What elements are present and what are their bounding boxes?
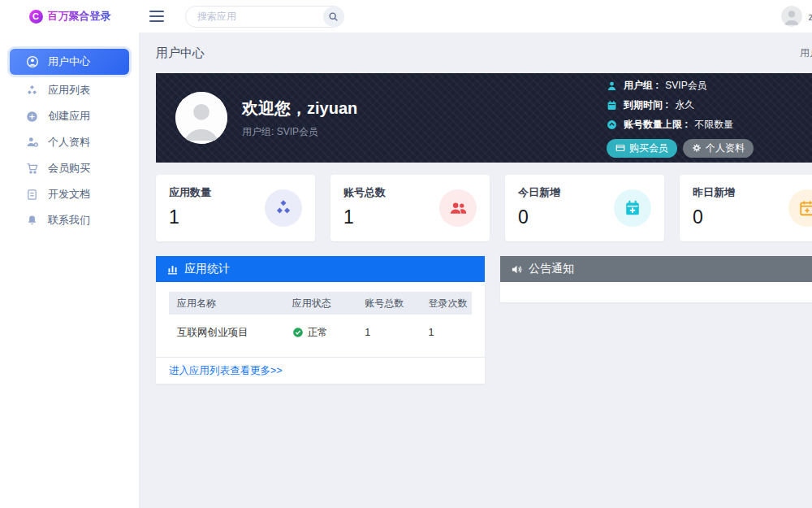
page-header: 用户中心 用户中心	[156, 33, 812, 73]
sidebar-item-app-list[interactable]: 应用列表	[10, 78, 129, 102]
search-input[interactable]	[185, 6, 344, 28]
column-header: 登录次数	[421, 297, 472, 310]
sidebar-item-label: 创建应用	[48, 109, 90, 124]
user-gear-icon	[26, 136, 39, 149]
sidebar-item-docs[interactable]: 开发文档	[10, 182, 129, 206]
user-circle-icon	[26, 55, 39, 68]
content-area: 用户中心 用户中心 欢迎您，ziyuan 用户组: SVIP会员	[140, 33, 812, 508]
bell-icon	[26, 214, 39, 227]
sidebar-item-user-center[interactable]: 用户中心	[10, 49, 129, 75]
brand-logo-icon: C	[29, 10, 43, 24]
column-header: 应用状态	[284, 297, 357, 310]
view-more-link[interactable]: 进入应用列表查看更多>>	[169, 364, 283, 378]
accounts-cell: 1	[356, 327, 420, 338]
info-label: 用户组 :	[624, 79, 659, 93]
info-label: 账号数量上限 :	[624, 118, 688, 132]
sidebar-item-label: 应用列表	[48, 83, 90, 98]
sidebar-item-profile[interactable]: 个人资料	[10, 130, 129, 154]
user-menu[interactable]: ziyuan	[781, 6, 812, 27]
column-header: 应用名称	[169, 297, 284, 310]
speaker-icon	[511, 263, 523, 276]
app-stats-header: 应用统计	[156, 256, 485, 282]
breadcrumb: 用户中心	[800, 46, 812, 60]
bar-chart-icon	[166, 263, 179, 276]
info-value: 永久	[675, 98, 694, 112]
table-row: 互联网创业项目 正常	[169, 315, 472, 350]
search-button[interactable]	[323, 7, 343, 27]
search-bar	[185, 6, 344, 28]
calendar-icon	[607, 100, 617, 111]
stat-card-yesterday: 昨日新增 0	[680, 175, 812, 241]
search-icon	[328, 11, 339, 22]
buy-membership-label: 购买会员	[629, 141, 668, 155]
profile-button[interactable]: 个人资料	[683, 139, 754, 158]
gear-icon	[692, 143, 702, 153]
info-value: SVIP会员	[665, 79, 706, 93]
cubes-icon	[26, 84, 39, 97]
app-status-cell: 正常	[284, 326, 357, 340]
page-title: 用户中心	[156, 46, 205, 61]
avatar	[781, 6, 802, 27]
buy-membership-button[interactable]: 购买会员	[607, 139, 677, 158]
cubes-icon	[265, 189, 302, 227]
brand-name: 百万聚合登录	[48, 9, 111, 24]
app-stats-panel: 应用统计 应用名称 应用状态 账号总数 登录次数 互联网创业项目	[156, 256, 485, 384]
notice-header: 公告通知	[500, 256, 812, 282]
plus-circle-icon	[26, 110, 39, 123]
notice-title: 公告通知	[529, 262, 574, 276]
status-ok-icon	[292, 327, 304, 338]
info-row-expiry: 到期时间 : 永久	[607, 98, 812, 112]
info-value: 不限数量	[694, 118, 733, 132]
sidebar-item-label: 开发文档	[48, 187, 90, 202]
stats-row: 应用数量 1 账号总数 1	[156, 175, 812, 241]
sidebar-item-label: 会员购买	[48, 161, 90, 176]
brand-logo[interactable]: C 百万聚合登录	[0, 9, 140, 24]
sidebar-item-label: 个人资料	[48, 135, 90, 150]
stat-card-accounts: 账号总数 1	[330, 175, 490, 241]
arrow-up-circle-icon	[607, 119, 617, 130]
hamburger-menu-icon[interactable]	[149, 11, 164, 22]
app-name-cell: 互联网创业项目	[169, 326, 284, 340]
app-stats-footer: 进入应用列表查看更多>>	[156, 357, 485, 384]
document-icon	[26, 188, 39, 201]
hero-avatar	[175, 92, 227, 144]
cart-icon	[26, 162, 39, 175]
app-stats-title: 应用统计	[184, 262, 230, 276]
sidebar-item-create-app[interactable]: 创建应用	[10, 104, 129, 128]
info-row-group: 用户组 : SVIP会员	[607, 79, 812, 93]
status-text: 正常	[308, 326, 328, 340]
user-icon	[607, 80, 617, 91]
welcome-message: 欢迎您，ziyuan	[242, 98, 357, 119]
stat-card-apps: 应用数量 1	[156, 175, 315, 241]
user-group-subtitle: 用户组: SVIP会员	[242, 125, 357, 139]
profile-button-label: 个人资料	[706, 141, 745, 155]
table-header-row: 应用名称 应用状态 账号总数 登录次数	[169, 292, 472, 315]
sidebar: 用户中心 应用列表 创建应用	[0, 33, 140, 508]
sidebar-item-label: 用户中心	[48, 54, 90, 69]
notice-body	[500, 282, 812, 302]
users-icon	[439, 189, 477, 227]
info-row-limit: 账号数量上限 : 不限数量	[607, 118, 812, 132]
calendar-plus-icon	[614, 189, 651, 227]
user-banner: 欢迎您，ziyuan 用户组: SVIP会员 用户组 : SVIP会员	[156, 73, 812, 163]
topbar: C 百万聚合登录 ziyuan	[0, 0, 812, 33]
app-stats-table: 应用名称 应用状态 账号总数 登录次数 互联网创业项目	[156, 282, 485, 350]
info-label: 到期时间 :	[624, 98, 668, 112]
app-viewport: C 百万聚合登录 ziyuan	[0, 0, 812, 508]
sidebar-item-contact[interactable]: 联系我们	[10, 208, 129, 232]
topbar-username: ziyuan	[808, 11, 812, 23]
logins-cell: 1	[421, 327, 472, 338]
sidebar-item-label: 联系我们	[48, 213, 90, 228]
card-icon	[615, 143, 625, 153]
notice-panel: 公告通知	[500, 256, 812, 302]
column-header: 账号总数	[356, 297, 420, 310]
stat-card-today: 今日新增 0	[505, 175, 664, 241]
sidebar-item-membership[interactable]: 会员购买	[10, 156, 129, 180]
